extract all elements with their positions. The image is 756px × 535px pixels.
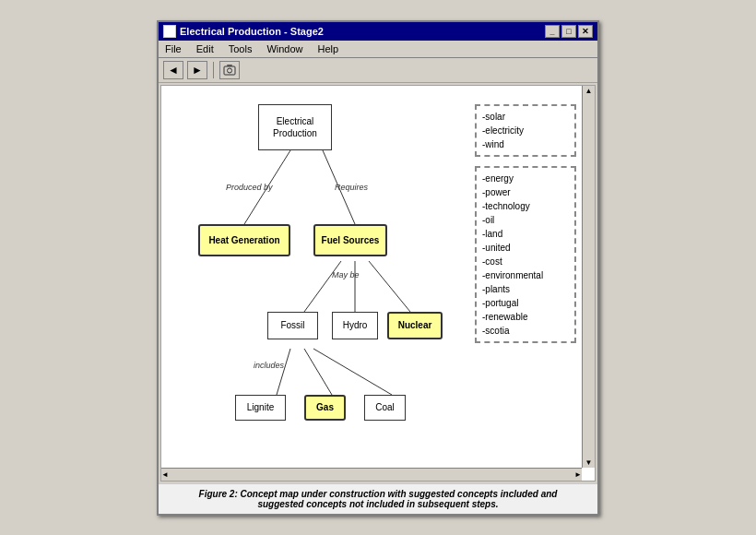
svg-rect-0 [224, 66, 235, 75]
title-bar-left: Electrical Production - Stage2 [163, 25, 324, 38]
hydro-label: Hydro [343, 320, 368, 330]
menu-help[interactable]: Help [315, 42, 342, 55]
sidebar-energy-item10: -portugal [482, 296, 569, 310]
sidebar-energy-item9: -plants [482, 282, 569, 296]
node-heat-generation: Heat Generation [198, 224, 290, 256]
node-hydro: Hydro [332, 312, 378, 339]
nuclear-label: Nuclear [398, 320, 432, 330]
close-button[interactable]: ✕ [578, 25, 593, 38]
lignite-label: Lignite [247, 402, 274, 412]
application-window: Electrical Production - Stage2 _ □ ✕ Fil… [157, 20, 599, 516]
toolbar: ◄ ► [159, 58, 597, 83]
window-title: Electrical Production - Stage2 [180, 26, 324, 37]
sidebar-solar-item3: -wind [482, 137, 569, 151]
heat-generation-label: Heat Generation [208, 235, 279, 245]
maximize-button[interactable]: □ [561, 25, 576, 38]
node-fossil: Fossil [267, 312, 318, 339]
node-coal: Coal [364, 395, 406, 421]
menu-file[interactable]: File [162, 42, 184, 55]
svg-rect-2 [227, 65, 232, 66]
content-area: ElectricalProduction Produced by Require… [160, 85, 596, 482]
diagram-area: ElectricalProduction Produced by Require… [161, 86, 595, 455]
sidebar-energy-item2: -power [482, 185, 569, 199]
map-main: ElectricalProduction Produced by Require… [171, 95, 475, 446]
forward-button[interactable]: ► [187, 61, 207, 79]
camera-icon [223, 64, 236, 77]
title-controls: _ □ ✕ [545, 25, 593, 38]
title-bar: Electrical Production - Stage2 _ □ ✕ [159, 22, 597, 41]
svg-line-9 [304, 349, 332, 395]
camera-button[interactable] [219, 61, 240, 79]
svg-line-10 [313, 349, 392, 395]
link-produced-by: Produced by [226, 183, 273, 192]
svg-line-5 [304, 261, 341, 312]
node-nuclear: Nuclear [387, 312, 443, 339]
app-icon [163, 25, 176, 38]
electrical-production-label: ElectricalProduction [273, 115, 317, 139]
sidebar-energy-item1: -energy [482, 172, 569, 185]
sidebar-energy-item3: -technology [482, 199, 569, 213]
sidebar-solar-item2: -electricity [482, 124, 569, 137]
menu-edit[interactable]: Edit [194, 42, 217, 55]
scroll-down-button[interactable]: ▼ [585, 458, 593, 467]
sidebar-energy-item11: -renewable [482, 310, 569, 324]
sidebar-box-energy: -energy -power -technology -oil -land -u… [475, 166, 576, 343]
coal-label: Coal [375, 402, 395, 412]
menu-window[interactable]: Window [264, 42, 305, 55]
sidebar-box-solar: -solar -electricity -wind [475, 104, 576, 157]
scroll-left-button[interactable]: ◄ [161, 470, 169, 479]
svg-point-1 [228, 68, 232, 73]
svg-line-8 [277, 349, 290, 395]
menu-tools[interactable]: Tools [226, 42, 255, 55]
desktop: Electrical Production - Stage2 _ □ ✕ Fil… [0, 0, 756, 535]
horizontal-scrollbar[interactable]: ◄ ► [161, 468, 582, 481]
fossil-label: Fossil [280, 320, 304, 330]
node-gas: Gas [304, 395, 346, 421]
sidebar-energy-item5: -land [482, 227, 569, 241]
node-lignite: Lignite [235, 395, 286, 421]
sidebar-solar-item1: -solar [482, 110, 569, 124]
diagram-container: ElectricalProduction Produced by Require… [171, 95, 576, 446]
sidebar-energy-item6: -united [482, 241, 569, 255]
scroll-right-button[interactable]: ► [574, 470, 582, 479]
sidebar-energy-item8: -environmental [482, 268, 569, 282]
scroll-up-button[interactable]: ▲ [585, 87, 593, 95]
sidebar-energy-item7: -cost [482, 255, 569, 268]
fuel-sources-label: Fuel Sources [322, 235, 380, 245]
back-button[interactable]: ◄ [163, 61, 183, 79]
link-may-be: May be [332, 270, 360, 279]
gas-label: Gas [316, 402, 334, 412]
sidebar-energy-item4: -oil [482, 213, 569, 227]
minimize-button[interactable]: _ [545, 25, 560, 38]
sidebar-energy-item12: -scotia [482, 324, 569, 338]
node-fuel-sources: Fuel Sources [313, 224, 387, 256]
link-requires: Requires [335, 183, 368, 192]
node-electrical-production: ElectricalProduction [258, 104, 332, 150]
toolbar-separator [213, 62, 214, 78]
vertical-scrollbar[interactable]: ▲ ▼ [582, 86, 595, 468]
figure-caption: Figure 2: Concept map under construction… [159, 483, 597, 514]
svg-line-7 [369, 261, 410, 312]
map-sidebar: -solar -electricity -wind -energy -power… [475, 95, 576, 446]
menu-bar: File Edit Tools Window Help [159, 41, 597, 58]
link-includes: includes [254, 361, 284, 370]
